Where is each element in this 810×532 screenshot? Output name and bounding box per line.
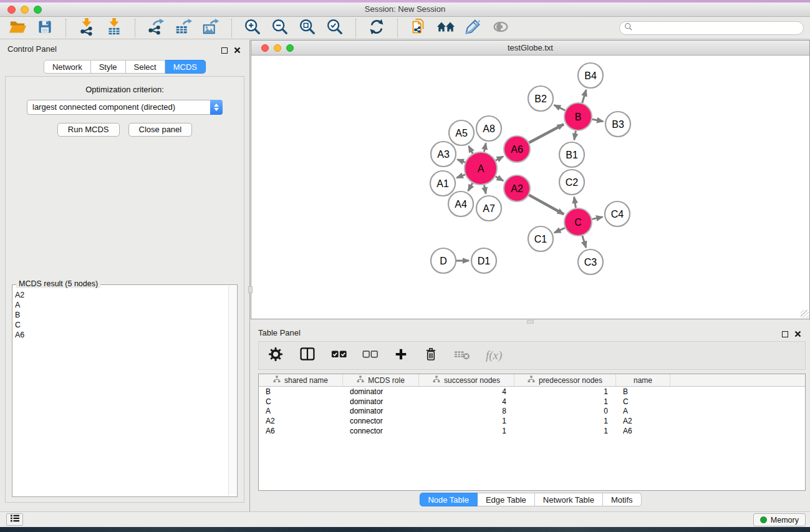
deselect-all-checkboxes-button[interactable] [362, 347, 378, 364]
graph-node-B3[interactable]: B3 [605, 112, 630, 137]
mcds-result-item[interactable]: A [15, 300, 226, 310]
run-mcds-button[interactable]: Run MCDS [57, 123, 120, 137]
graph-node-B4[interactable]: B4 [578, 63, 603, 88]
zoom-fit-button[interactable] [297, 18, 317, 38]
graph-node-C4[interactable]: C4 [605, 201, 630, 226]
graph-edge-A-A8[interactable] [484, 143, 486, 152]
export-image-button[interactable] [201, 18, 221, 38]
table-row[interactable]: A2connector11A2 [259, 416, 805, 426]
apply-layout-button[interactable] [367, 18, 387, 38]
graph-edge-C-C1[interactable] [554, 228, 565, 233]
delete-table-button[interactable] [453, 347, 471, 364]
graph-edge-C-C2[interactable] [574, 197, 576, 208]
search-input[interactable] [636, 22, 803, 34]
home-button[interactable] [436, 18, 456, 38]
graph-node-A6[interactable]: A6 [504, 136, 530, 162]
hide-graphics-details-button[interactable] [463, 18, 483, 38]
graph-node-B2[interactable]: B2 [528, 86, 553, 111]
graph-node-D[interactable]: D [431, 248, 456, 273]
column-header-predecessor-nodes[interactable]: predecessor nodes [514, 374, 616, 386]
delete-column-button[interactable] [423, 346, 438, 365]
mcds-result-item[interactable]: B [15, 310, 226, 320]
column-header-shared-name[interactable]: shared name [259, 374, 343, 386]
zoom-in-button[interactable] [243, 18, 263, 38]
graph-node-C2[interactable]: C2 [559, 170, 584, 195]
graph-edge-A2-C[interactable] [529, 195, 564, 215]
column-header-MCDS-role[interactable]: MCDS role [343, 374, 419, 386]
select-all-checkboxes-button[interactable] [331, 347, 347, 364]
graph-edge-A-A3[interactable] [457, 160, 465, 163]
mcds-result-item[interactable]: A6 [15, 330, 226, 340]
task-history-button[interactable] [6, 513, 23, 526]
graph-edge-A-A4[interactable] [468, 183, 473, 191]
tab-select[interactable]: Select [126, 60, 165, 74]
float-panel-icon[interactable] [221, 47, 228, 54]
zoom-selected-button[interactable] [325, 18, 345, 38]
memory-button[interactable]: Memory [753, 513, 806, 526]
network-graph[interactable]: B4B2BB3A8A5A6A3B1AA1C2A2A4A7C4CC1C3DD1 [251, 56, 809, 318]
tab-mcds[interactable]: MCDS [165, 60, 206, 74]
graph-node-A1[interactable]: A1 [430, 171, 455, 196]
search-box[interactable] [619, 21, 804, 35]
graph-node-A8[interactable]: A8 [476, 116, 501, 141]
network-zoom-button[interactable] [286, 44, 294, 52]
table-row[interactable]: Cdominator41C [259, 397, 805, 407]
mcds-result-item[interactable]: C [15, 320, 226, 330]
table-row[interactable]: A6connector11A6 [259, 426, 805, 436]
tab-network-table[interactable]: Network Table [535, 493, 603, 506]
table-row[interactable]: Adominator80A [259, 406, 805, 416]
minimize-window-button[interactable] [21, 6, 29, 14]
add-column-button[interactable] [393, 347, 408, 364]
mcds-result-item[interactable]: A2 [15, 290, 226, 300]
split-column-button[interactable] [299, 346, 316, 365]
mcds-result-list[interactable]: A2ABCA6 [15, 290, 226, 494]
import-network-button[interactable] [77, 18, 97, 38]
network-close-button[interactable] [261, 44, 269, 52]
function-builder-button[interactable]: f(x) [486, 349, 502, 362]
graph-edge-C-C3[interactable] [582, 236, 586, 248]
network-minimize-button[interactable] [274, 44, 281, 52]
graph-node-A3[interactable]: A3 [431, 142, 456, 167]
graph-node-A4[interactable]: A4 [448, 191, 473, 216]
export-network-button[interactable] [146, 18, 166, 38]
tab-node-table[interactable]: Node Table [419, 493, 478, 506]
close-panel-button[interactable]: Close panel [128, 123, 193, 137]
graph-edge-C-C4[interactable] [592, 217, 603, 220]
close-table-panel-icon[interactable] [794, 329, 801, 340]
table-settings-button[interactable] [268, 346, 284, 365]
network-canvas[interactable]: B4B2BB3A8A5A6A3B1AA1C2A2A4A7C4CC1C3DD1 [251, 56, 810, 319]
graph-node-C1[interactable]: C1 [528, 226, 553, 251]
network-window-titlebar[interactable]: testGlobe.txt [251, 40, 810, 56]
graph-node-A[interactable]: A [465, 152, 497, 185]
graph-edge-B-B4[interactable] [582, 90, 586, 103]
tab-network[interactable]: Network [44, 60, 91, 74]
column-header-successor-nodes[interactable]: successor nodes [419, 374, 514, 386]
result-scrollbar[interactable] [228, 286, 236, 496]
graph-node-D1[interactable]: D1 [471, 248, 496, 273]
import-table-button[interactable] [104, 18, 124, 38]
graph-node-B1[interactable]: B1 [559, 142, 584, 167]
close-window-button[interactable] [7, 6, 16, 14]
zoom-window-button[interactable] [34, 6, 42, 14]
graph-edge-A-A6[interactable] [496, 157, 503, 160]
graph-edge-A-A7[interactable] [484, 185, 486, 194]
graph-node-C3[interactable]: C3 [578, 249, 603, 274]
graph-edge-B-B2[interactable] [554, 105, 566, 110]
graph-edge-A-A5[interactable] [469, 146, 473, 153]
graph-edge-A-A1[interactable] [456, 175, 465, 178]
vertical-splitter-handle[interactable] [248, 286, 253, 293]
save-session-button[interactable] [35, 18, 55, 38]
table-row[interactable]: Bdominator41B [259, 387, 805, 397]
network-document-button[interactable] [408, 18, 428, 38]
optimization-criterion-select[interactable]: largest connected component (directed) [27, 100, 223, 115]
window-resize-grip[interactable] [801, 310, 809, 318]
open-file-button[interactable] [7, 18, 27, 38]
graph-edge-B-B3[interactable] [592, 119, 604, 121]
zoom-out-button[interactable] [270, 18, 290, 38]
graph-node-A7[interactable]: A7 [476, 196, 501, 221]
tab-edge-table[interactable]: Edge Table [478, 493, 535, 506]
tab-style[interactable]: Style [91, 60, 126, 74]
graph-node-A2[interactable]: A2 [504, 175, 530, 201]
graph-edge-A-A2[interactable] [496, 177, 504, 181]
tab-motifs[interactable]: Motifs [603, 493, 642, 506]
